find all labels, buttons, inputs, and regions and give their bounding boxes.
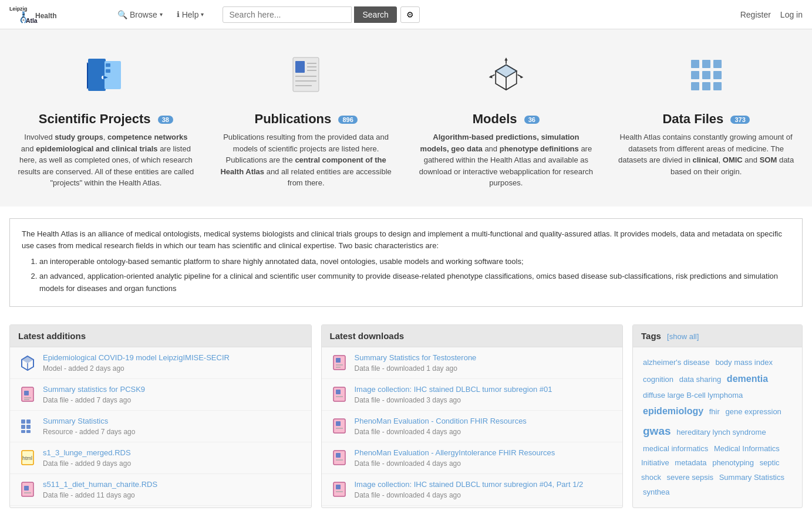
addition-sub-1: Data file - added 7 days ago xyxy=(43,396,303,404)
svg-rect-50 xyxy=(21,430,25,433)
download-sub-1: Data file - downloaded 3 days ago xyxy=(355,396,615,404)
svg-text:html: html xyxy=(22,455,32,461)
list-item[interactable]: s511_1_diet_human_charite.RDS Data file … xyxy=(10,474,311,506)
tag-gene-expression[interactable]: gene expression xyxy=(725,407,781,416)
download-sub-3: Data file - downloaded 4 days ago xyxy=(355,459,615,468)
tag-summary-statistics[interactable]: Summary Statistics xyxy=(719,473,784,482)
help-menu[interactable]: ℹ Help ▾ xyxy=(172,8,209,22)
cube-icon xyxy=(18,353,37,372)
addition-sub-4: Data file - added 11 days ago xyxy=(43,491,303,499)
svg-rect-65 xyxy=(336,421,341,426)
login-link[interactable]: Log in xyxy=(780,10,803,19)
tag-synthea[interactable]: synthea xyxy=(643,488,670,496)
nav-right: Register Log in xyxy=(740,10,803,19)
download-file-icon-0 xyxy=(330,353,349,372)
tag-epidemiology[interactable]: epidemiology xyxy=(643,406,703,416)
scientific-projects-badge: 38 xyxy=(158,116,173,124)
info-intro: The Health Atlas is an alliance of medic… xyxy=(22,228,790,253)
search-bar: Search ⚙ xyxy=(223,6,419,23)
addition-title-2[interactable]: Summary Statistics xyxy=(43,417,303,427)
tag-severe-sepsis[interactable]: severe sepsis xyxy=(667,473,713,482)
download-sub-2: Data file - downloaded 4 days ago xyxy=(355,428,615,436)
data-files-icon xyxy=(683,53,730,100)
tag-phenotyping[interactable]: phenotyping xyxy=(712,458,754,467)
svg-rect-71 xyxy=(336,485,341,489)
addition-title-4[interactable]: s511_1_diet_human_charite.RDS xyxy=(43,480,303,490)
svg-rect-55 xyxy=(24,486,29,490)
latest-additions-panel: Latest additions Epidemiological COVID-1… xyxy=(9,324,312,508)
list-item[interactable]: PhenoMan Evaluation - AllergyIntolerance… xyxy=(322,442,623,474)
gear-button[interactable]: ⚙ xyxy=(400,6,420,23)
models-badge: 36 xyxy=(524,116,540,124)
list-item[interactable]: PhenoMan Evaluation - Condition FHIR Res… xyxy=(322,411,623,442)
svg-rect-5 xyxy=(88,59,106,91)
latest-additions-header: Latest additions xyxy=(10,325,311,347)
file-pink2-icon xyxy=(18,480,37,499)
addition-sub-3: Data file - added 9 days ago xyxy=(43,459,303,468)
search-icon-small: 🔍 xyxy=(117,10,127,19)
tags-header: Tags [show all] xyxy=(633,325,802,347)
svg-rect-36 xyxy=(691,82,699,90)
download-file-icon-1 xyxy=(330,385,349,404)
download-title-0[interactable]: Summary Statistics for Testosterone xyxy=(355,353,615,363)
list-item[interactable]: Summary Statistics Resource - added 7 da… xyxy=(10,411,311,442)
list-item[interactable]: Summary Statistics for Testosterone Data… xyxy=(322,347,623,379)
list-item[interactable]: Summary statistics for PCSK9 Data file -… xyxy=(10,379,311,411)
download-sub-0: Data file - downloaded 1 day ago xyxy=(355,364,615,373)
svg-rect-43 xyxy=(24,391,29,395)
svg-rect-48 xyxy=(21,425,25,429)
addition-sub-2: Resource - added 7 days ago xyxy=(43,428,303,436)
svg-rect-32 xyxy=(713,60,722,68)
publications-desc: Publications resulting from the provided… xyxy=(218,131,394,189)
list-item[interactable]: Image collection: IHC stained DLBCL tumo… xyxy=(322,379,623,411)
tag-metadata[interactable]: metadata xyxy=(675,458,706,467)
tag-data-sharing[interactable]: data sharing xyxy=(679,375,722,384)
addition-title-1[interactable]: Summary statistics for PCSK9 xyxy=(43,385,303,395)
tag-fhir[interactable]: fhir xyxy=(709,407,720,416)
svg-rect-33 xyxy=(691,71,699,79)
hero-scientific-projects: Scientific Projects 38 Involved study gr… xyxy=(12,53,200,189)
register-link[interactable]: Register xyxy=(740,10,771,19)
download-title-3[interactable]: PhenoMan Evaluation - AllergyIntolerance… xyxy=(355,448,615,458)
models-title: Models 36 xyxy=(418,111,594,127)
tag-alzheimers[interactable]: alzheimer's disease xyxy=(643,358,710,367)
brand-logo[interactable]: Leipzig Atlas Health xyxy=(9,3,103,26)
search-button[interactable]: Search xyxy=(354,6,396,23)
download-title-4[interactable]: Image collection: IHC stained DLBCL tumo… xyxy=(355,480,615,490)
svg-rect-58 xyxy=(336,358,341,363)
addition-title-3[interactable]: s1_3_lunge_merged.RDS xyxy=(43,448,303,458)
navbar: Leipzig Atlas Health 🔍 Browse ▾ ℹ Help ▾… xyxy=(0,0,812,29)
hero-section: Scientific Projects 38 Involved study gr… xyxy=(0,29,812,207)
list-item[interactable]: html s1_3_lunge_merged.RDS Data file - a… xyxy=(10,442,311,474)
data-files-desc: Health Atlas contains constantly growing… xyxy=(618,131,794,177)
list-item[interactable]: Image collection: IHC stained DLBCL tumo… xyxy=(322,474,623,506)
tags-content: alzheimer's disease body mass index cogn… xyxy=(633,347,802,508)
info-point-2: an advanced, application-oriented analyt… xyxy=(39,270,790,295)
svg-rect-47 xyxy=(26,419,31,424)
file-yellow-icon: html xyxy=(18,448,37,467)
list-item[interactable]: Epidemiological COVID-19 model LeipzigIM… xyxy=(10,347,311,379)
info-box: The Health Atlas is an alliance of medic… xyxy=(9,218,803,307)
tag-medical-informatics[interactable]: medical informatics xyxy=(643,444,708,453)
gear-icon: ⚙ xyxy=(406,10,414,19)
tag-hereditary-lynch[interactable]: hereditary lynch syndrome xyxy=(676,428,766,437)
search-input[interactable] xyxy=(223,6,352,23)
svg-rect-7 xyxy=(106,63,110,67)
tag-dementia[interactable]: dementia xyxy=(727,374,768,384)
download-title-2[interactable]: PhenoMan Evaluation - Condition FHIR Res… xyxy=(355,417,615,427)
svg-rect-8 xyxy=(106,69,110,73)
tag-gwas[interactable]: gwas xyxy=(643,425,671,437)
tag-cognition[interactable]: cognition xyxy=(643,375,673,384)
svg-marker-24 xyxy=(504,57,507,60)
addition-title-0[interactable]: Epidemiological COVID-19 model LeipzigIM… xyxy=(43,353,303,363)
tag-dlbcl[interactable]: diffuse large B-cell lymphoma xyxy=(643,391,743,400)
browse-menu[interactable]: 🔍 Browse ▾ xyxy=(113,8,167,22)
svg-rect-37 xyxy=(702,82,710,90)
tag-bmi[interactable]: body mass index xyxy=(715,358,773,367)
show-all-tags-link[interactable]: [show all] xyxy=(667,332,699,341)
download-title-1[interactable]: Image collection: IHC stained DLBCL tumo… xyxy=(355,385,615,395)
help-caret: ▾ xyxy=(201,11,204,18)
scientific-projects-desc: Involved study groups, competence networ… xyxy=(18,131,194,189)
svg-rect-35 xyxy=(713,71,722,79)
svg-rect-31 xyxy=(702,60,710,68)
